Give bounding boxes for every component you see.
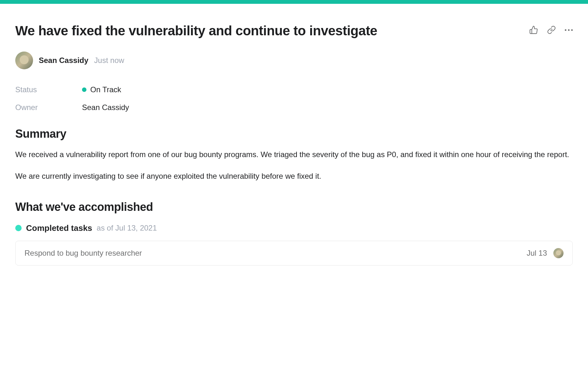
status-label: Status: [15, 85, 82, 94]
status-text: On Track: [90, 85, 121, 94]
summary-heading: Summary: [15, 127, 573, 141]
summary-paragraph-2: We are currently investigating to see if…: [15, 170, 573, 183]
owner-label: Owner: [15, 103, 82, 112]
copy-link-button[interactable]: [547, 25, 556, 34]
task-assignee-avatar[interactable]: [553, 248, 564, 258]
completed-tasks-header: Completed tasks as of Jul 13, 2021: [15, 223, 573, 233]
accomplished-heading: What we've accomplished: [15, 200, 573, 214]
completed-tasks-date: as of Jul 13, 2021: [97, 224, 157, 232]
completed-tasks-label: Completed tasks: [26, 223, 92, 233]
summary-paragraph-1: We received a vulnerability report from …: [15, 148, 573, 161]
task-row[interactable]: Respond to bug bounty researcher Jul 13: [15, 241, 573, 266]
author-name: Sean Cassidy: [39, 56, 88, 65]
page-title: We have fixed the vulnerability and cont…: [15, 23, 377, 39]
task-meta: Jul 13: [527, 248, 564, 258]
header-actions: [529, 25, 573, 34]
more-options-button[interactable]: [565, 29, 573, 31]
status-value[interactable]: On Track: [82, 85, 121, 94]
dots-icon: [565, 29, 566, 31]
meta-table: Status On Track Owner Sean Cassidy: [15, 85, 573, 112]
top-accent-bar: [0, 0, 588, 4]
link-icon: [547, 25, 556, 34]
thumbs-up-icon: [529, 25, 538, 34]
status-dot-icon: [82, 87, 86, 92]
completed-dot-icon: [15, 225, 22, 231]
main-content: We have fixed the vulnerability and cont…: [0, 4, 588, 278]
status-row: Status On Track: [15, 85, 573, 94]
task-date: Jul 13: [527, 249, 547, 258]
like-button[interactable]: [529, 25, 538, 34]
task-title: Respond to bug bounty researcher: [24, 249, 142, 258]
author-avatar[interactable]: [15, 52, 33, 69]
header-row: We have fixed the vulnerability and cont…: [15, 23, 573, 39]
owner-value[interactable]: Sean Cassidy: [82, 103, 129, 112]
owner-row: Owner Sean Cassidy: [15, 103, 573, 112]
accomplished-section: What we've accomplished Completed tasks …: [15, 200, 573, 266]
post-timestamp: Just now: [94, 56, 124, 65]
author-row: Sean Cassidy Just now: [15, 52, 573, 69]
